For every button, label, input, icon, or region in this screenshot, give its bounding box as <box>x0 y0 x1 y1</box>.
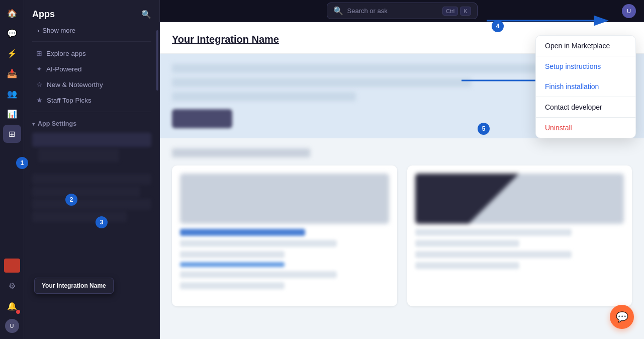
sidebar-item-explore[interactable]: ⊞ Explore apps <box>28 46 155 61</box>
annotation-1: 1 <box>16 157 28 169</box>
app-settings-header[interactable]: ▾ App Settings <box>24 116 159 131</box>
user-avatar-icon[interactable]: U <box>3 317 21 335</box>
dropdown-menu: Open in Marketplace Setup instructions F… <box>535 35 636 138</box>
blurred-item-4[interactable] <box>32 186 140 197</box>
card-1-bar-1 <box>180 229 305 236</box>
cards-section <box>160 138 644 316</box>
annotation-4: 4 <box>492 20 504 32</box>
blurred-item-5[interactable] <box>32 199 151 210</box>
ctrl-key: Ctrl <box>442 7 458 16</box>
grid-icon: ⊞ <box>36 49 42 57</box>
icon-rail: 🏠 💬 ⚡ 📥 👥 📊 ⊞ ⚙ 🔔 U <box>0 0 24 339</box>
card-1-bar-4 <box>180 262 285 267</box>
blur-cta-button <box>172 109 232 128</box>
star-filled-icon: ★ <box>36 96 43 104</box>
blurred-item-6[interactable] <box>32 211 127 222</box>
sidebar: Apps 🔍 › Show more ⊞ Explore apps ✦ AI-P… <box>24 0 160 339</box>
dropdown-finish-installation[interactable]: Finish installation <box>536 76 635 97</box>
sidebar-header: Apps 🔍 <box>24 0 159 24</box>
inbox-icon[interactable]: 📥 <box>3 64 21 82</box>
content-card-1 <box>172 165 397 306</box>
home-icon[interactable]: 🏠 <box>3 4 21 22</box>
divider-2 <box>32 112 151 112</box>
chevron-down-icon: ▾ <box>32 121 35 127</box>
blur-row-2 <box>172 78 471 87</box>
notifications-icon[interactable]: 🔔 <box>3 297 21 315</box>
dropdown-uninstall[interactable]: Uninstall <box>536 118 635 138</box>
card-2-bar-4 <box>415 262 520 269</box>
card-2-bar-1 <box>415 229 572 236</box>
staff-picks-label: Staff Top Picks <box>47 97 91 104</box>
dropdown-setup-instructions[interactable]: Setup instructions <box>536 56 635 76</box>
lightning-icon[interactable]: ⚡ <box>3 44 21 62</box>
search-keyboard-shortcut: Ctrl K <box>442 7 471 16</box>
app-title: Your Integration Name <box>172 34 279 45</box>
chevron-right-icon: › <box>37 27 39 34</box>
card-1-image <box>180 174 389 224</box>
search-icon: 🔍 <box>333 6 343 16</box>
show-more-label: Show more <box>42 27 75 34</box>
brand-block <box>4 259 20 273</box>
topbar: 🔍 Search or ask Ctrl K U <box>160 0 644 22</box>
main-content: 🔍 Search or ask Ctrl K U Your Integratio… <box>160 0 644 339</box>
dropdown-open-marketplace[interactable]: Open in Marketplace <box>536 36 635 56</box>
reports-icon[interactable]: 📊 <box>3 105 21 123</box>
sidebar-scrollbar[interactable] <box>156 30 158 91</box>
avatar: U <box>5 319 19 333</box>
k-key: K <box>460 7 471 16</box>
section-title-blur <box>172 148 310 157</box>
annotation-5: 5 <box>478 123 490 135</box>
ai-powered-label: AI-Powered <box>46 65 82 73</box>
card-2-image <box>415 174 624 224</box>
show-more-item[interactable]: › Show more <box>24 24 159 37</box>
settings-icon[interactable]: ⚙ <box>3 277 21 295</box>
sidebar-item-staff[interactable]: ★ Staff Top Picks <box>28 93 155 108</box>
app-settings-label: App Settings <box>38 120 76 127</box>
content-cards <box>172 165 632 306</box>
card-1-bar-5 <box>180 271 337 278</box>
star-icon: ☆ <box>36 80 43 89</box>
blur-row-1 <box>172 64 563 73</box>
chat-button[interactable]: 💬 <box>610 305 634 329</box>
card-1-bar-3 <box>180 251 285 258</box>
blurred-item-2[interactable] <box>38 148 119 162</box>
search-bar[interactable]: 🔍 Search or ask Ctrl K <box>327 3 478 19</box>
card-1-bar-6 <box>180 282 285 289</box>
blurred-item-1[interactable] <box>32 133 151 147</box>
sidebar-item-ai[interactable]: ✦ AI-Powered <box>28 61 155 76</box>
apps-icon[interactable]: ⊞ <box>3 125 21 143</box>
notification-badge <box>16 310 20 314</box>
divider-1 <box>32 41 151 42</box>
contacts-icon[interactable]: 👥 <box>3 84 21 103</box>
content-card-2 <box>407 165 632 306</box>
integration-name-tooltip: Your Integration Name <box>34 278 114 294</box>
explore-apps-label: Explore apps <box>46 50 86 57</box>
annotation-2: 2 <box>65 194 77 206</box>
sidebar-title: Apps <box>32 9 55 20</box>
annotation-3: 3 <box>96 216 108 228</box>
card-1-bar-2 <box>180 240 337 247</box>
chat-icon[interactable]: 💬 <box>3 24 21 42</box>
card-2-bar-3 <box>415 251 572 258</box>
dropdown-contact-developer[interactable]: Contact developer <box>536 97 635 117</box>
search-placeholder: Search or ask <box>347 7 439 15</box>
sidebar-item-new[interactable]: ☆ New & Noteworthy <box>28 77 155 92</box>
blur-row-3 <box>172 92 356 101</box>
user-avatar[interactable]: U <box>622 4 636 18</box>
blurred-item-3[interactable] <box>32 174 151 185</box>
card-2-bar-2 <box>415 240 520 247</box>
sidebar-search-icon[interactable]: 🔍 <box>141 10 151 19</box>
new-noteworthy-label: New & Noteworthy <box>47 81 103 89</box>
ai-icon: ✦ <box>36 65 42 73</box>
